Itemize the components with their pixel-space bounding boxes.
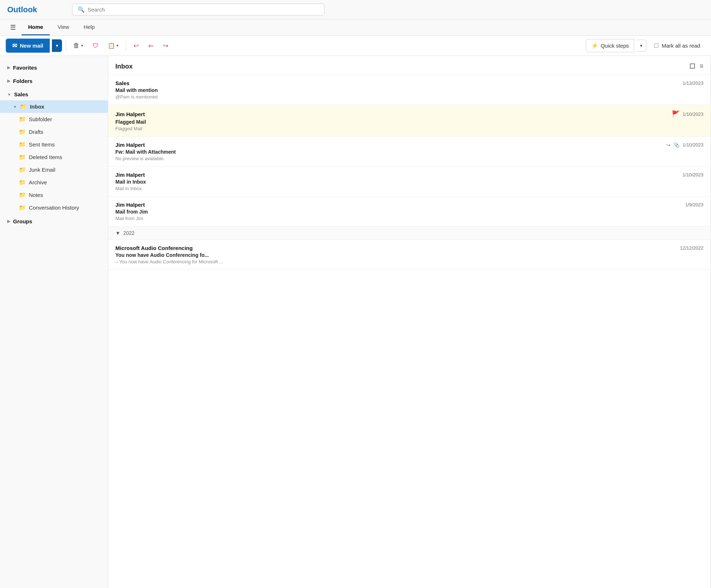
folder-icon-sent: 📁 <box>19 141 26 148</box>
email-row1: Jim Halpert 🚩 1/10/2023 <box>115 110 703 118</box>
email-row1: Jim Halpert 1/10/2023 <box>115 172 703 178</box>
email-row1: Sales 1/13/2023 <box>115 80 703 86</box>
reply-all-icon: ⇐ <box>148 42 154 50</box>
email-item[interactable]: Microsoft Audio Conferencing 12/12/2022 … <box>108 240 711 270</box>
folder-icon-notes: 📁 <box>19 192 26 198</box>
chevron-down-icon-inbox: ▼ <box>13 105 17 109</box>
email-preview: No preview is available. <box>115 156 703 161</box>
email-preview: – You now have Audio Conferencing for Mi… <box>115 259 703 264</box>
nav-tabs: ☰ Home View Help <box>0 19 711 36</box>
email-date: 1/9/2023 <box>685 202 703 207</box>
chevron-right-icon: ▶ <box>7 65 10 70</box>
toolbar-divider-2 <box>126 41 126 51</box>
search-input[interactable] <box>88 6 319 13</box>
sidebar-favorites[interactable]: ▶ Favorites <box>0 62 108 74</box>
tab-home[interactable]: Home <box>22 19 50 35</box>
main-layout: ▶ Favorites ▶ Folders ▼ Sales ▼ 📁 Inbox … <box>0 56 711 588</box>
quick-steps-button[interactable]: ⚡ Quick steps <box>586 39 634 52</box>
email-subject: Mail in Inbox <box>115 179 703 185</box>
folder-icon-conv-history: 📁 <box>19 204 26 211</box>
sidebar-item-notes[interactable]: 📁 Notes <box>0 189 108 201</box>
delete-button[interactable]: 🗑 ▾ <box>70 39 87 52</box>
chevron-down-year-icon[interactable]: ▼ <box>115 230 120 236</box>
email-date: 1/10/2023 <box>683 172 703 177</box>
inbox-header-actions: ☐ ≡ <box>689 62 703 70</box>
folder-icon-subfolder: 📁 <box>19 116 26 123</box>
move-dropdown-arrow: ▾ <box>116 43 119 48</box>
email-date: 1/10/2023 <box>683 111 703 117</box>
app-logo: Outlook <box>7 5 65 14</box>
email-item[interactable]: Sales 1/13/2023 Mail with mention @Pam i… <box>108 75 711 105</box>
report-button[interactable]: 🛡 <box>89 40 102 52</box>
folder-icon-deleted: 📁 <box>19 154 26 161</box>
email-subject: You now have Audio Conferencing fo... <box>115 252 703 258</box>
favorites-section: ▶ Favorites <box>0 62 108 74</box>
email-sender: Jim Halpert <box>115 142 145 148</box>
sidebar-item-archive[interactable]: 📁 Archive <box>0 176 108 189</box>
email-row1: Jim Halpert ↪ 📎 1/10/2023 <box>115 142 703 148</box>
reply-button[interactable]: ↩ <box>130 39 142 53</box>
sidebar-item-conversation-history[interactable]: 📁 Conversation History <box>0 201 108 214</box>
move-button[interactable]: 📋 ▾ <box>104 39 122 52</box>
email-item[interactable]: Jim Halpert ↪ 📎 1/10/2023 Fw: Mail with … <box>108 137 711 167</box>
sidebar-item-junk-email[interactable]: 📁 Junk Email <box>0 163 108 176</box>
reply-icon: ↩ <box>133 42 139 50</box>
folder-icon-inbox: 📁 <box>20 103 27 110</box>
chevron-right-icon-folders: ▶ <box>7 79 10 83</box>
email-sender: Sales <box>115 80 129 86</box>
email-row1: Microsoft Audio Conferencing 12/12/2022 <box>115 245 703 251</box>
search-box[interactable]: 🔍 <box>72 4 324 16</box>
sidebar-groups[interactable]: ▶ Groups <box>0 215 108 227</box>
email-sender: Microsoft Audio Conferencing <box>115 245 193 251</box>
email-subject: Fw: Mail with Attachment <box>115 149 703 155</box>
mark-read-icon: ☐ <box>654 42 659 49</box>
year-divider-2022: ▼ 2022 <box>108 227 711 240</box>
sidebar-item-drafts[interactable]: 📁 Drafts <box>0 126 108 138</box>
email-sender: Jim Halpert <box>115 202 145 208</box>
sidebar-item-inbox[interactable]: ▼ 📁 Inbox <box>0 100 108 113</box>
reply-all-button[interactable]: ⇐ <box>145 39 157 53</box>
mark-all-read-button[interactable]: ☐ Mark all as read <box>649 39 705 52</box>
sidebar-item-sent-items[interactable]: 📁 Sent Items <box>0 138 108 151</box>
email-item[interactable]: Jim Halpert 🚩 1/10/2023 Flagged Mail Fla… <box>108 105 711 137</box>
email-date: 1/10/2023 <box>683 142 703 148</box>
select-all-icon[interactable]: ☐ <box>689 62 695 70</box>
top-bar: Outlook 🔍 <box>0 0 711 19</box>
sidebar: ▶ Favorites ▶ Folders ▼ Sales ▼ 📁 Inbox … <box>0 56 108 588</box>
email-preview: Flagged Mail <box>115 126 703 131</box>
new-mail-button[interactable]: ✉ New mail <box>6 39 50 53</box>
tab-view[interactable]: View <box>51 19 76 35</box>
email-preview: @Pam is mentioned <box>115 94 703 100</box>
email-date: 12/12/2022 <box>680 245 703 251</box>
email-item[interactable]: Jim Halpert 1/9/2023 Mail from Jim Mail … <box>108 197 711 227</box>
sidebar-item-subfolder[interactable]: 📁 Subfolder <box>0 113 108 126</box>
flag-icon: 🚩 <box>672 110 680 118</box>
folder-icon-drafts: 📁 <box>19 128 26 135</box>
email-date: 1/13/2023 <box>683 80 703 86</box>
email-icons: 1/9/2023 <box>685 202 703 207</box>
quick-steps-dropdown-button[interactable]: ▾ <box>636 40 646 52</box>
tab-help[interactable]: Help <box>77 19 101 35</box>
folder-icon-archive: 📁 <box>19 179 26 186</box>
inbox-header: Inbox ☐ ≡ <box>108 56 711 75</box>
forward-indicator-icon: ↪ <box>666 142 671 148</box>
email-list: Inbox ☐ ≡ Sales 1/13/2023 Mail with ment… <box>108 56 711 588</box>
email-subject: Flagged Mail <box>115 119 703 125</box>
groups-section: ▶ Groups <box>0 215 108 227</box>
sidebar-sales[interactable]: ▼ Sales <box>0 88 108 100</box>
toolbar-divider-1 <box>66 41 66 51</box>
forward-button[interactable]: ↪ <box>159 39 172 53</box>
year-label: 2022 <box>123 230 134 236</box>
email-item[interactable]: Jim Halpert 1/10/2023 Mail in Inbox Mail… <box>108 167 711 197</box>
forward-icon: ↪ <box>163 42 168 50</box>
new-mail-dropdown-button[interactable]: ▾ <box>52 39 62 52</box>
envelope-icon: ✉ <box>12 42 17 49</box>
email-icons: 12/12/2022 <box>680 245 703 251</box>
sidebar-folders[interactable]: ▶ Folders <box>0 75 108 87</box>
hamburger-menu[interactable]: ☰ <box>6 20 20 35</box>
move-icon: 📋 <box>108 42 115 49</box>
sidebar-item-deleted-items[interactable]: 📁 Deleted Items <box>0 151 108 163</box>
filter-icon[interactable]: ≡ <box>699 62 703 70</box>
email-subject: Mail with mention <box>115 87 703 93</box>
folders-section: ▶ Folders <box>0 75 108 87</box>
